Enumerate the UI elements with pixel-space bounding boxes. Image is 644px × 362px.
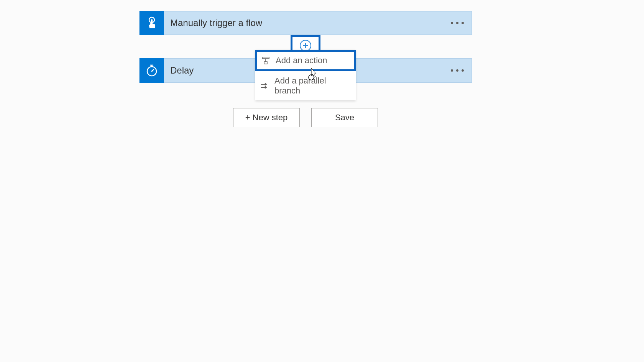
more-icon (451, 22, 464, 24)
trigger-icon (140, 11, 164, 35)
menu-item-label: Add an action (276, 56, 327, 66)
parallel-branch-icon (260, 81, 269, 90)
trigger-card[interactable]: Manually trigger a flow (139, 11, 472, 35)
touch-icon (145, 16, 159, 30)
trigger-card-title: Manually trigger a flow (164, 18, 443, 28)
more-icon (451, 69, 464, 72)
save-button[interactable]: Save (311, 108, 378, 127)
svg-rect-10 (264, 62, 267, 64)
delay-card-more-button[interactable] (443, 69, 472, 72)
bottom-button-row: + New step Save (139, 108, 472, 127)
add-action-icon (261, 56, 270, 65)
new-step-button[interactable]: + New step (233, 108, 300, 127)
svg-rect-8 (262, 57, 269, 59)
svg-point-7 (151, 71, 153, 72)
insert-step-menu: Add an action Add a parallel branch (255, 50, 356, 100)
stopwatch-icon (145, 64, 159, 77)
menu-item-add-parallel-branch[interactable]: Add a parallel branch (255, 71, 356, 100)
trigger-card-more-button[interactable] (443, 22, 472, 24)
menu-item-label: Add a parallel branch (274, 76, 351, 96)
delay-icon (140, 58, 164, 83)
menu-item-add-action[interactable]: Add an action (255, 50, 356, 71)
